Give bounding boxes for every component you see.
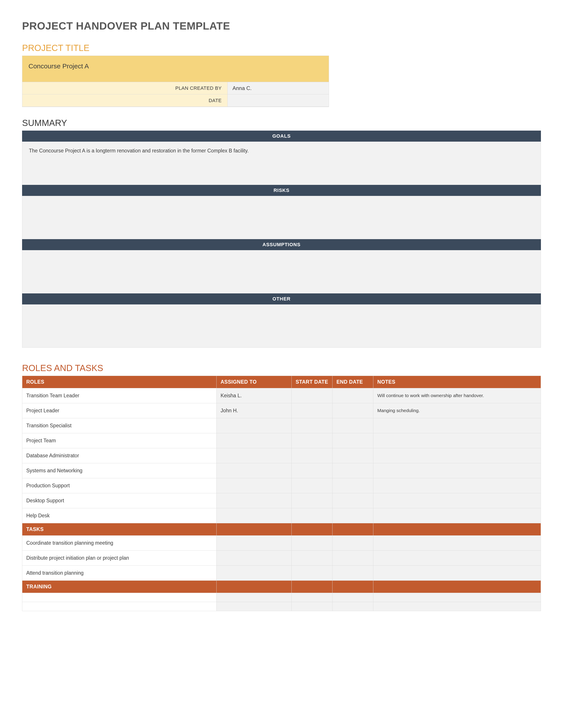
cell-assigned: John H. xyxy=(216,403,292,418)
cell-end xyxy=(333,433,373,448)
date-value xyxy=(227,94,329,107)
cell-assigned xyxy=(216,463,292,478)
cell-assigned xyxy=(216,508,292,523)
cell-start xyxy=(292,508,333,523)
cell-end xyxy=(333,493,373,508)
table-row: Help Desk xyxy=(22,508,541,523)
cell-start xyxy=(292,478,333,493)
cell-assigned xyxy=(216,433,292,448)
cell-notes xyxy=(373,551,541,566)
table-row xyxy=(22,602,541,611)
cell-notes xyxy=(373,418,541,433)
cell-role xyxy=(22,602,216,611)
cell-end xyxy=(333,593,373,602)
cell-start xyxy=(292,448,333,463)
cell-notes xyxy=(373,478,541,493)
cell-end xyxy=(333,602,373,611)
cell-role: Project Team xyxy=(22,433,216,448)
project-title-heading: PROJECT TITLE xyxy=(22,43,541,53)
cell-end xyxy=(333,536,373,551)
section-spacer xyxy=(373,581,541,593)
project-title-box: Concourse Project A PLAN CREATED BY Anna… xyxy=(22,56,329,107)
roles-tasks-table: ROLES ASSIGNED TO START DATE END DATE NO… xyxy=(22,376,541,611)
section-spacer xyxy=(292,581,333,593)
cell-start xyxy=(292,493,333,508)
table-row: Coordinate transition planning meeting xyxy=(22,536,541,551)
summary-risks-header: RISKS xyxy=(22,185,541,196)
cell-end xyxy=(333,463,373,478)
section-spacer xyxy=(292,523,333,536)
cell-assigned xyxy=(216,566,292,581)
cell-start xyxy=(292,593,333,602)
table-row xyxy=(22,593,541,602)
section-spacer xyxy=(373,523,541,536)
cell-notes xyxy=(373,593,541,602)
cell-notes xyxy=(373,566,541,581)
tasks-header-row-label: TASKS xyxy=(22,523,216,536)
cell-start xyxy=(292,418,333,433)
cell-end xyxy=(333,551,373,566)
roles-tasks-section: ROLES AND TASKS ROLES ASSIGNED TO START … xyxy=(22,363,541,611)
cell-notes: Will continue to work with ownership aft… xyxy=(373,388,541,403)
tasks-header-row: TASKS xyxy=(22,523,541,536)
summary-assumptions-header: ASSUMPTIONS xyxy=(22,239,541,250)
training-header-row: TRAINING xyxy=(22,581,541,593)
cell-end xyxy=(333,403,373,418)
roles-header-row: ROLES ASSIGNED TO START DATE END DATE NO… xyxy=(22,376,541,388)
col-end-date: END DATE xyxy=(333,376,373,388)
cell-notes xyxy=(373,536,541,551)
cell-role: Transition Team Leader xyxy=(22,388,216,403)
cell-notes xyxy=(373,602,541,611)
cell-start xyxy=(292,566,333,581)
plan-created-by-label: PLAN CREATED BY xyxy=(22,82,227,94)
cell-end xyxy=(333,508,373,523)
cell-assigned: Keisha L. xyxy=(216,388,292,403)
col-assigned-to: ASSIGNED TO xyxy=(216,376,292,388)
table-row: Desktop Support xyxy=(22,493,541,508)
table-row: Transition Specialist xyxy=(22,418,541,433)
cell-role: Help Desk xyxy=(22,508,216,523)
project-name-cell: Concourse Project A xyxy=(22,56,329,82)
cell-role: Coordinate transition planning meeting xyxy=(22,536,216,551)
cell-start xyxy=(292,551,333,566)
cell-role: Transition Specialist xyxy=(22,418,216,433)
table-row: Database Administrator xyxy=(22,448,541,463)
cell-notes xyxy=(373,433,541,448)
cell-end xyxy=(333,478,373,493)
plan-created-by-row: PLAN CREATED BY Anna C. xyxy=(22,82,329,94)
cell-role: Attend transition planning xyxy=(22,566,216,581)
doc-title: PROJECT HANDOVER PLAN TEMPLATE xyxy=(22,20,541,32)
roles-tasks-heading: ROLES AND TASKS xyxy=(22,363,541,373)
cell-start xyxy=(292,433,333,448)
cell-assigned xyxy=(216,493,292,508)
date-label: DATE xyxy=(22,94,227,107)
section-spacer xyxy=(333,581,373,593)
cell-start xyxy=(292,536,333,551)
section-spacer xyxy=(216,581,292,593)
table-row: Production Support xyxy=(22,478,541,493)
cell-notes xyxy=(373,463,541,478)
plan-created-by-value: Anna C. xyxy=(227,82,329,94)
cell-end xyxy=(333,388,373,403)
cell-role: Project Leader xyxy=(22,403,216,418)
section-spacer xyxy=(333,523,373,536)
section-spacer xyxy=(216,523,292,536)
table-row: Systems and Networking xyxy=(22,463,541,478)
cell-assigned xyxy=(216,448,292,463)
cell-assigned xyxy=(216,536,292,551)
table-row: Transition Team LeaderKeisha L.Will cont… xyxy=(22,388,541,403)
cell-notes xyxy=(373,508,541,523)
cell-assigned xyxy=(216,551,292,566)
cell-role: Desktop Support xyxy=(22,493,216,508)
date-row: DATE xyxy=(22,94,329,107)
summary-goals-header: GOALS xyxy=(22,131,541,142)
col-notes: NOTES xyxy=(373,376,541,388)
summary-heading: SUMMARY xyxy=(22,118,541,128)
cell-role xyxy=(22,593,216,602)
cell-end xyxy=(333,448,373,463)
col-start-date: START DATE xyxy=(292,376,333,388)
cell-end xyxy=(333,418,373,433)
cell-notes xyxy=(373,493,541,508)
col-roles: ROLES xyxy=(22,376,216,388)
table-row: Project Team xyxy=(22,433,541,448)
